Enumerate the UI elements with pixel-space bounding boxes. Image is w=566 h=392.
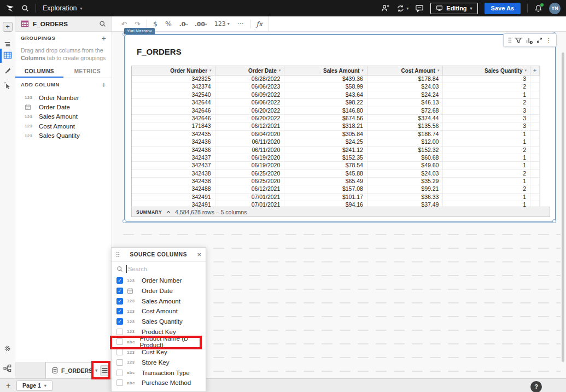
table-cell[interactable]: 342438: [132, 170, 215, 178]
user-avatar[interactable]: YN: [549, 3, 561, 14]
table-cell[interactable]: 1: [443, 162, 530, 169]
unchecked-checkbox[interactable]: [116, 379, 123, 386]
table-cell[interactable]: 3: [443, 75, 530, 83]
table-cell[interactable]: $318.21: [284, 122, 367, 130]
number-format-dropdown[interactable]: 123▾: [211, 20, 234, 27]
table-cell[interactable]: 342435: [132, 131, 215, 138]
maximize-icon[interactable]: [536, 37, 543, 44]
table-cell[interactable]: 1: [443, 138, 530, 146]
add-table-column-button[interactable]: +: [530, 66, 540, 75]
table-cell[interactable]: $186.74: [367, 131, 444, 138]
table-cell[interactable]: $98.22: [284, 99, 367, 107]
table-cell[interactable]: 06/19/2020: [215, 154, 285, 162]
table-cell[interactable]: $37.49: [367, 201, 444, 207]
format-brush-icon[interactable]: [3, 67, 12, 76]
summary-bar[interactable]: SUMMARY 4,584,628 rows – 5 columns: [131, 207, 550, 217]
sort-caret-icon[interactable]: ▾: [525, 68, 527, 73]
currency-format-button[interactable]: $: [149, 20, 161, 28]
table-cell[interactable]: 06/11/2020: [215, 138, 285, 146]
notifications-bell-icon[interactable]: [534, 4, 542, 13]
table-cell[interactable]: 342437: [132, 162, 215, 169]
table-cell[interactable]: 2: [443, 170, 530, 178]
checked-checkbox[interactable]: ✓: [116, 318, 123, 325]
tab-columns[interactable]: COLUMNS: [15, 66, 63, 78]
sort-caret-icon[interactable]: ▾: [437, 68, 440, 73]
table-cell[interactable]: $152.32: [367, 147, 444, 154]
sigma-logo-icon[interactable]: [5, 4, 15, 13]
unchecked-checkbox[interactable]: [116, 370, 123, 376]
table-cell[interactable]: 06/04/2020: [215, 131, 285, 138]
table-cell[interactable]: 06/06/2022: [215, 99, 285, 107]
table-cell[interactable]: $58.99: [284, 83, 367, 91]
column-header[interactable]: Order Number ▾: [132, 66, 215, 75]
table-cell[interactable]: 2: [443, 185, 530, 193]
filter-funnel-icon[interactable]: [515, 37, 522, 44]
table-cell[interactable]: $152.35: [284, 154, 367, 162]
sort-caret-icon[interactable]: ▾: [279, 68, 281, 73]
source-column-item[interactable]: abc Purchase Method: [112, 378, 206, 388]
add-grouping-button[interactable]: +: [102, 36, 106, 41]
table-cell[interactable]: $305.84: [284, 131, 367, 138]
increase-decimal-button[interactable]: .00→: [191, 21, 211, 27]
more-options-kebab-icon[interactable]: ⋮: [546, 37, 552, 44]
table-cell[interactable]: 2: [443, 99, 530, 107]
table-cell[interactable]: 06/25/2020: [215, 170, 285, 178]
element-title[interactable]: F_ORDERS: [137, 47, 182, 56]
outline-panel-icon[interactable]: [3, 40, 12, 49]
formula-input[interactable]: [269, 16, 566, 31]
save-as-button[interactable]: Save As: [485, 3, 521, 14]
table-cell[interactable]: 1: [443, 201, 530, 207]
table-cell[interactable]: 1: [443, 178, 530, 185]
search-icon[interactable]: [99, 20, 106, 27]
column-header[interactable]: Sales Quantity ▾: [443, 66, 530, 75]
column-header[interactable]: Cost Amount ▾: [367, 66, 444, 75]
source-column-item[interactable]: abc Product Name (D Product): [112, 337, 206, 347]
vertical-scrollbar[interactable]: [562, 52, 564, 362]
unchecked-checkbox[interactable]: [116, 349, 123, 355]
panel-column-item[interactable]: 123 Cost Amount: [15, 121, 112, 131]
panel-column-item[interactable]: 123 Sales Quantity: [15, 131, 112, 141]
table-cell[interactable]: $12.00: [367, 138, 444, 146]
source-column-item[interactable]: ✓ 123 Cost Amount: [112, 306, 206, 317]
table-cell[interactable]: 1: [443, 194, 530, 201]
table-cell[interactable]: 342438: [132, 178, 215, 185]
table-cell[interactable]: 342374: [132, 83, 215, 91]
table-cell[interactable]: $674.56: [284, 115, 367, 122]
table-cell[interactable]: 342491: [132, 194, 215, 201]
table-cell[interactable]: 3: [443, 115, 530, 122]
table-cell[interactable]: $99.21: [367, 185, 444, 193]
percent-format-button[interactable]: %: [161, 20, 176, 28]
table-cell[interactable]: 06/28/2022: [215, 75, 285, 83]
comments-icon[interactable]: [415, 4, 424, 13]
table-cell[interactable]: $65.49: [284, 178, 367, 185]
close-icon[interactable]: ×: [197, 250, 201, 259]
table-cell[interactable]: $241.12: [284, 147, 367, 154]
element-list-button[interactable]: [100, 365, 109, 376]
more-formats-button[interactable]: ···: [234, 20, 248, 28]
table-cell[interactable]: 342644: [132, 99, 215, 107]
table-cell[interactable]: 07/01/2021: [215, 201, 285, 207]
redo-button[interactable]: ↷: [131, 20, 144, 28]
search-icon[interactable]: [21, 4, 29, 12]
source-column-item[interactable]: ✓ 123 Order Number: [112, 276, 206, 286]
table-cell[interactable]: 06/11/2020: [215, 147, 285, 154]
table-cell[interactable]: $24.03: [367, 83, 444, 91]
table-cell[interactable]: 342436: [132, 138, 215, 146]
ai-select-cursor-icon[interactable]: [3, 81, 12, 90]
checked-checkbox[interactable]: ✓: [116, 288, 123, 294]
table-cell[interactable]: $78.54: [284, 162, 367, 169]
settings-gear-icon[interactable]: [3, 344, 12, 353]
table-cell[interactable]: 342646: [132, 107, 215, 115]
table-element[interactable]: F_ORDERS Order Number ▾ Order Date ▾ Sal…: [124, 34, 556, 223]
decrease-decimal-button[interactable]: .0←: [176, 21, 191, 27]
source-column-item[interactable]: ✓ 123 Sales Quantity: [112, 317, 206, 327]
add-column-button[interactable]: +: [102, 82, 106, 87]
table-cell[interactable]: 3: [443, 107, 530, 115]
chart-type-icon[interactable]: [525, 37, 533, 44]
table-cell[interactable]: $43.64: [284, 91, 367, 99]
lineage-icon[interactable]: [3, 364, 12, 373]
selection-handle-bl[interactable]: [122, 219, 126, 223]
table-cell[interactable]: 342488: [132, 185, 215, 193]
table-cell[interactable]: 342646: [132, 115, 215, 122]
source-column-item[interactable]: abc Transaction Type: [112, 367, 206, 378]
